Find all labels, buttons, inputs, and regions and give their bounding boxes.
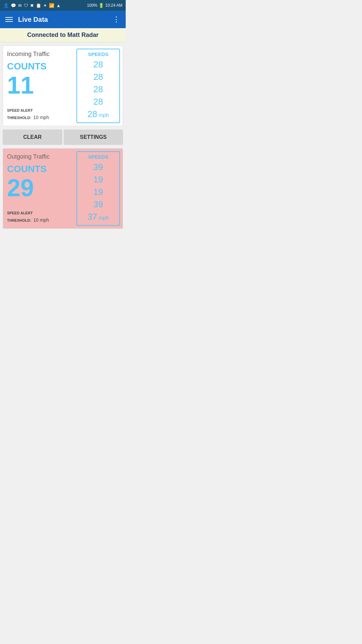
incoming-speed-alert: SPEED ALERTTHRESHOLD: 10 mph [7, 108, 72, 121]
incoming-speed-4: 28 [78, 96, 118, 108]
incoming-speed-3: 28 [78, 83, 118, 96]
outgoing-speed-1: 39 [78, 161, 118, 173]
messenger-icon: 💬 [11, 3, 16, 8]
connection-text: Connected to Matt Radar [27, 32, 99, 38]
outgoing-counts-label: COUNTS [7, 164, 72, 174]
app-bar-title: Live Data [18, 16, 113, 23]
bluetooth-icon: ✶ [43, 3, 47, 8]
email-icon: ✉ [18, 3, 22, 8]
outgoing-traffic-left: Outgoing Traffic COUNTS 29 SPEED ALERTTH… [3, 149, 76, 228]
outgoing-speed-alert-value: 10 mph [33, 217, 49, 223]
connection-banner: Connected to Matt Radar [0, 28, 126, 42]
incoming-speed-2: 28 [78, 71, 118, 83]
clipboard-icon: 📋 [36, 3, 41, 8]
shield-icon: 🛡 [24, 3, 28, 8]
battery-percent: 100% [87, 3, 98, 8]
more-options-button[interactable]: ⋮ [113, 15, 120, 24]
signal-icon: ▲ [56, 3, 61, 8]
wifi-icon: 📶 [49, 3, 54, 8]
app-bar: Live Data ⋮ [0, 11, 126, 28]
incoming-speeds-panel: SPEEDS 28 28 28 28 28 mph [76, 49, 120, 123]
outgoing-speed-4: 39 [78, 198, 118, 211]
status-bar: 👤 💬 ✉ 🛡 ✖ 📋 ✶ 📶 ▲ 100% 🔋 10:24 AM [0, 0, 126, 11]
clear-button[interactable]: CLEAR [3, 129, 62, 145]
outgoing-speed-alert: SPEED ALERTTHRESHOLD: 10 mph [7, 210, 72, 224]
incoming-traffic-card: Incoming Traffic COUNTS 11 SPEED ALERTTH… [3, 46, 123, 126]
person-icon: 👤 [3, 3, 9, 8]
outgoing-speed-last: 37 mph [78, 211, 118, 223]
outgoing-traffic-label: Outgoing Traffic [7, 153, 72, 160]
settings-button[interactable]: SETTINGS [64, 129, 123, 145]
status-bar-icons: 👤 💬 ✉ 🛡 ✖ 📋 ✶ 📶 ▲ [3, 3, 61, 8]
incoming-traffic-left: Incoming Traffic COUNTS 11 SPEED ALERTTH… [3, 46, 76, 126]
outgoing-traffic-card: Outgoing Traffic COUNTS 29 SPEED ALERTTH… [3, 148, 123, 229]
incoming-count-value: 11 [7, 73, 72, 97]
incoming-counts-label: COUNTS [7, 61, 72, 72]
action-buttons: CLEAR SETTINGS [3, 129, 123, 145]
outgoing-speed-2: 19 [78, 173, 118, 186]
incoming-speed-last-value: 28 [87, 109, 97, 119]
outgoing-speed-unit: mph [99, 215, 109, 221]
incoming-speed-last: 28 mph [78, 108, 118, 120]
close-icon: ✖ [30, 3, 34, 8]
outgoing-count-value: 29 [7, 176, 72, 200]
outgoing-speeds-panel: SPEEDS 39 19 19 39 37 mph [76, 151, 120, 226]
battery-icon: 🔋 [99, 3, 104, 8]
outgoing-speed-last-value: 37 [87, 212, 97, 222]
incoming-traffic-label: Incoming Traffic [7, 51, 72, 58]
incoming-speed-1: 28 [78, 58, 118, 71]
status-bar-right: 100% 🔋 10:24 AM [87, 3, 122, 8]
time-display: 10:24 AM [105, 3, 122, 8]
outgoing-speeds-header: SPEEDS [88, 154, 109, 160]
hamburger-menu-button[interactable] [5, 17, 13, 22]
incoming-speeds-header: SPEEDS [88, 51, 109, 57]
outgoing-speed-3: 19 [78, 186, 118, 198]
incoming-speed-unit: mph [99, 112, 109, 118]
incoming-speed-alert-value: 10 mph [33, 115, 49, 120]
